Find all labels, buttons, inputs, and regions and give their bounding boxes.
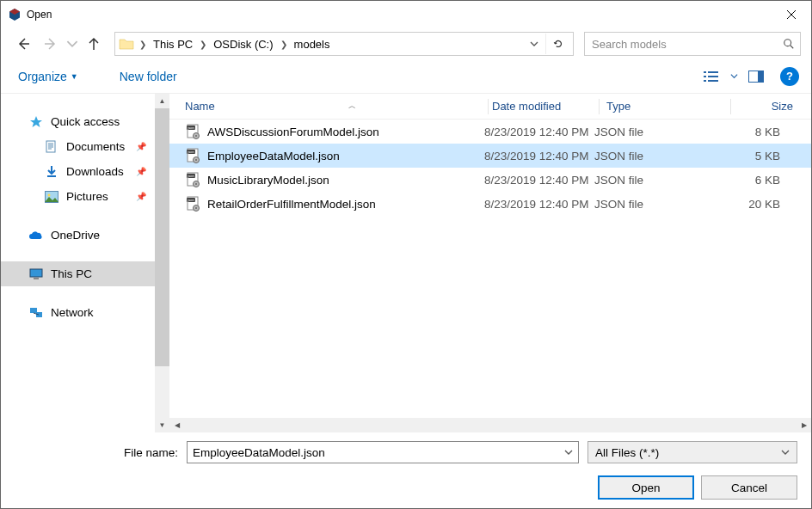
sidebar-item-quick-access[interactable]: Quick access [1,109,155,134]
chevron-down-icon [564,448,573,457]
window-title: Open [27,9,772,21]
svg-point-39 [195,207,197,209]
toolbar: Organize ▼ New folder ? [1,59,811,94]
breadcrumb-drive[interactable]: OSDisk (C:) [208,34,278,54]
nav-forward-button[interactable] [39,32,63,56]
column-header-size[interactable]: Size [735,100,793,113]
column-header-name[interactable]: Name ︿ [185,100,484,113]
file-date: 8/23/2019 12:40 PM [484,126,594,138]
svg-rect-10 [758,71,764,82]
file-name: EmployeeDataModel.json [207,150,484,163]
refresh-icon [552,38,564,50]
column-separator[interactable] [730,99,731,114]
chevron-down-icon [730,72,738,80]
svg-rect-8 [708,80,718,82]
sidebar-item-documents[interactable]: Documents 📌 [1,134,155,159]
sidebar-label: Documents [66,140,125,153]
search-input[interactable] [590,37,783,52]
sidebar-label: OneDrive [51,229,100,242]
breadcrumb-this-pc[interactable]: This PC [148,34,198,54]
file-row[interactable]: jsonMusicLibraryModel.json8/23/2019 12:4… [169,168,811,192]
file-size: 6 KB [722,174,780,187]
column-headers: Name ︿ Date modified Type Size [169,94,811,120]
file-type: JSON file [594,174,722,187]
file-row[interactable]: jsonRetailOrderFulfillmentModel.json8/23… [169,192,811,216]
preview-pane-button[interactable] [744,64,768,89]
search-box[interactable] [584,32,801,56]
view-options-button[interactable] [699,64,723,89]
column-label: Name [185,100,215,113]
app-icon [8,8,22,21]
column-label: Size [772,100,793,113]
address-bar[interactable]: ❯ This PC ❯ OSDisk (C:) ❯ models [114,32,574,56]
file-date: 8/23/2019 12:40 PM [484,150,594,163]
close-button[interactable] [772,1,811,28]
button-label: Open [631,481,660,494]
cancel-button[interactable]: Cancel [701,475,797,500]
svg-rect-7 [704,80,706,82]
search-icon [783,38,795,50]
file-type: JSON file [594,126,722,138]
filename-input[interactable]: EmployeeDataModel.json [187,441,579,463]
file-type-filter[interactable]: All Files (*.*) [587,441,797,463]
file-list: jsonAWSDiscussionForumModel.json8/23/201… [169,120,811,418]
column-label: Date modified [492,100,561,113]
svg-point-29 [195,159,197,161]
chevron-down-icon [66,37,78,51]
address-dropdown[interactable] [525,34,544,54]
svg-point-15 [48,193,51,196]
sidebar-item-downloads[interactable]: Downloads 📌 [1,159,155,184]
svg-point-34 [195,183,197,185]
svg-rect-13 [47,175,56,177]
scroll-down-icon[interactable]: ▼ [155,418,169,432]
sidebar-item-this-pc[interactable]: This PC [1,261,155,286]
column-header-type[interactable]: Type [603,100,727,113]
scroll-left-icon[interactable]: ◀ [169,418,184,432]
chevron-down-icon [781,448,790,457]
documents-icon [44,140,59,154]
column-label: Type [606,100,631,113]
file-row[interactable]: jsonAWSDiscussionForumModel.json8/23/201… [169,120,811,144]
json-file-icon: json [185,123,202,140]
json-file-icon: json [185,195,202,212]
organize-label: Organize [18,70,67,83]
star-icon [28,115,44,129]
new-folder-button[interactable]: New folder [114,66,182,87]
file-name: RetailOrderFulfillmentModel.json [207,198,484,211]
breadcrumb-folder[interactable]: models [289,34,335,54]
sidebar-label: Quick access [51,115,120,128]
open-button[interactable]: Open [598,475,694,500]
file-size: 20 KB [722,198,780,211]
file-pane: Name ︿ Date modified Type Size jsonAWSDi… [169,94,811,432]
scroll-right-icon[interactable]: ▶ [797,418,811,432]
preview-pane-icon [748,71,764,83]
column-separator[interactable] [488,99,489,114]
scroll-thumb[interactable] [155,108,169,366]
breadcrumb-sep-icon: ❯ [138,40,148,49]
organize-button[interactable]: Organize ▼ [13,66,83,87]
help-button[interactable]: ? [780,67,799,86]
svg-point-2 [784,40,791,46]
filename-value: EmployeeDataModel.json [193,446,564,459]
column-separator[interactable] [599,99,600,114]
horizontal-scrollbar[interactable]: ◀ ▶ [169,418,811,432]
nav-recent-button[interactable] [66,32,78,56]
sidebar-item-pictures[interactable]: Pictures 📌 [1,184,155,209]
arrow-right-icon [44,37,58,51]
sidebar-scrollbar[interactable]: ▲ ▼ [155,94,169,432]
filter-value: All Files (*.*) [595,446,781,459]
pin-icon: 📌 [136,167,146,176]
nav-back-button[interactable] [11,32,35,56]
sidebar-item-network[interactable]: Network [1,300,155,325]
column-header-date[interactable]: Date modified [492,100,595,113]
onedrive-icon [28,230,44,241]
view-dropdown[interactable] [727,64,741,89]
nav-up-button[interactable] [82,32,106,56]
sidebar-item-onedrive[interactable]: OneDrive [1,223,155,248]
svg-rect-17 [34,278,39,279]
scroll-up-icon[interactable]: ▲ [155,94,169,108]
titlebar: Open [1,1,811,28]
refresh-button[interactable] [545,34,569,54]
file-date: 8/23/2019 12:40 PM [484,174,594,187]
file-row[interactable]: jsonEmployeeDataModel.json8/23/2019 12:4… [169,144,811,168]
